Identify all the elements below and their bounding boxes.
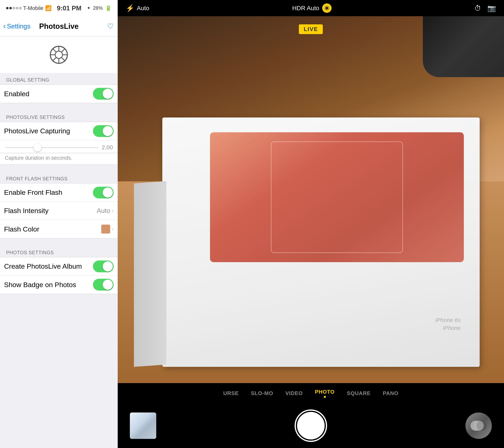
chevron-right-icon: › — [112, 226, 114, 232]
signal-dot-3 — [13, 7, 15, 9]
slider-track[interactable] — [5, 147, 98, 148]
photos-settings-header: PHOTOS SETTINGS — [0, 246, 118, 257]
mode-pano[interactable]: PANO — [383, 390, 398, 396]
iphone-box-side-face — [134, 181, 166, 367]
status-bar-right: ✦ 28% 🔋 — [87, 5, 112, 11]
box-text-line2: iPhone — [435, 324, 461, 332]
camera-top-bar: ⚡ Auto HDR Auto ⏱ 📷 — [118, 0, 504, 16]
box-text-line1: iPhone 6s — [435, 316, 461, 324]
camera-bottom-bar — [118, 403, 504, 448]
signal-dot-4 — [16, 7, 18, 9]
svg-point-10 — [325, 7, 328, 10]
show-badge-item: Show Badge on Photos — [0, 276, 118, 294]
chevron-right-icon: › — [112, 208, 114, 214]
show-badge-label: Show Badge on Photos — [4, 281, 76, 289]
toggle-thumb — [103, 126, 113, 136]
flash-label: Auto — [137, 5, 149, 12]
hdr-toggle-button[interactable] — [466, 412, 492, 439]
global-setting-header: GLOBAL SETTING — [0, 73, 118, 84]
show-badge-toggle[interactable] — [93, 279, 114, 290]
camera-controls-right: ⏱ 📷 — [474, 4, 496, 12]
carrier-name: T-Mobile — [23, 5, 43, 11]
mode-slomo[interactable]: SLO-MO — [251, 390, 273, 396]
battery-icon: 🔋 — [105, 5, 112, 11]
iphone-outline — [271, 142, 403, 253]
flash-color-value-container: › — [101, 225, 114, 233]
scene-content: iPhone 6s iPhone — [118, 16, 504, 383]
nav-bar: ‹ Settings PhotosLive ♡ — [0, 16, 118, 36]
enable-front-flash-toggle[interactable] — [93, 187, 114, 198]
toggle-thumb — [103, 187, 113, 198]
signal-dot-2 — [9, 7, 12, 9]
svg-line-7 — [61, 57, 65, 61]
svg-line-17 — [328, 6, 329, 7]
signal-strength — [6, 7, 21, 9]
toggle-thumb — [103, 261, 113, 271]
gap-2 — [0, 164, 118, 172]
create-album-label: Create PhotosLive Album — [4, 262, 82, 270]
flip-camera-icon[interactable]: 📷 — [487, 4, 496, 12]
slider-thumb[interactable] — [34, 143, 42, 152]
camera-mode-bar: URSE SLO-MO VIDEO PHOTO SQUARE PANO — [118, 383, 504, 403]
mode-photo[interactable]: PHOTO — [315, 389, 335, 398]
flash-control[interactable]: ⚡ Auto — [126, 4, 149, 12]
gap-1 — [0, 103, 118, 110]
photo-thumbnail[interactable] — [130, 412, 156, 439]
flash-color-item[interactable]: Flash Color › — [0, 220, 118, 238]
enabled-item: Enabled — [0, 85, 118, 103]
enable-front-flash-item: Enable Front Flash — [0, 183, 118, 202]
slider-container: 2.00 — [5, 144, 113, 151]
bluetooth-icon: ✦ — [87, 5, 90, 11]
status-bar-left: T-Mobile 📶 — [6, 5, 52, 11]
global-setting-list: Enabled — [0, 84, 118, 103]
hdr-circles-icon — [470, 418, 487, 434]
back-label: Settings — [7, 22, 30, 30]
photoslive-settings-header: PHOTOSLIVE SETTINGS — [0, 110, 118, 122]
box-text: iPhone 6s iPhone — [435, 316, 461, 332]
box-iphone-image — [210, 132, 464, 262]
flash-color-label: Flash Color — [4, 225, 39, 233]
front-flash-section: FRONT FLASH SETTINGS Enable Front Flash … — [0, 172, 118, 238]
svg-line-8 — [61, 49, 65, 52]
front-flash-list: Enable Front Flash Flash Intensity Auto … — [0, 183, 118, 238]
back-button[interactable]: ‹ Settings — [3, 22, 30, 30]
photos-section: PHOTOS SETTINGS Create PhotosLive Album … — [0, 246, 118, 294]
hdr-badge-icon — [322, 3, 332, 13]
page-title: PhotosLive — [39, 22, 78, 31]
flash-intensity-item[interactable]: Flash Intensity Auto › — [0, 202, 118, 220]
toggle-thumb — [103, 280, 113, 290]
capturing-toggle[interactable] — [93, 125, 114, 137]
flash-intensity-value: Auto — [97, 207, 110, 215]
settings-panel: T-Mobile 📶 9:01 PM ✦ 28% 🔋 ‹ Settings Ph… — [0, 0, 118, 448]
shutter-button[interactable] — [295, 410, 327, 442]
enabled-toggle[interactable] — [93, 88, 114, 100]
create-album-item: Create PhotosLive Album — [0, 257, 118, 276]
enabled-label: Enabled — [4, 90, 29, 98]
hdr-control[interactable]: HDR Auto — [292, 3, 331, 13]
active-mode-dot — [324, 396, 326, 398]
flash-intensity-value-container: Auto › — [97, 207, 114, 215]
flash-intensity-label: Flash Intensity — [4, 207, 49, 215]
battery-percentage: 28% — [93, 5, 103, 11]
capturing-label: PhotosLive Capturing — [4, 127, 70, 135]
back-chevron-icon: ‹ — [3, 22, 6, 30]
slider-caption: Capture duration in seconds. — [0, 153, 118, 164]
mode-square[interactable]: SQUARE — [347, 390, 371, 396]
photoslive-section: PHOTOSLIVE SETTINGS PhotosLive Capturing… — [0, 110, 118, 164]
signal-dot-5 — [19, 7, 21, 9]
flash-color-swatch — [101, 225, 110, 233]
signal-dot-1 — [6, 7, 9, 9]
hdr-text: HDR Auto — [292, 5, 319, 12]
timer-icon[interactable]: ⏱ — [474, 4, 481, 12]
flash-icon: ⚡ — [126, 4, 134, 12]
iphone-box-white-face: iPhone 6s iPhone — [162, 117, 480, 367]
mode-video[interactable]: VIDEO — [285, 390, 303, 396]
hdr-sun-icon — [324, 5, 330, 11]
favorite-icon[interactable]: ♡ — [107, 22, 114, 31]
thumbnail-content — [130, 412, 156, 439]
create-album-toggle[interactable] — [93, 261, 114, 272]
mode-urse[interactable]: URSE — [223, 390, 239, 396]
front-flash-header: FRONT FLASH SETTINGS — [0, 172, 118, 183]
svg-line-16 — [328, 10, 329, 10]
enable-front-flash-label: Enable Front Flash — [4, 188, 62, 197]
